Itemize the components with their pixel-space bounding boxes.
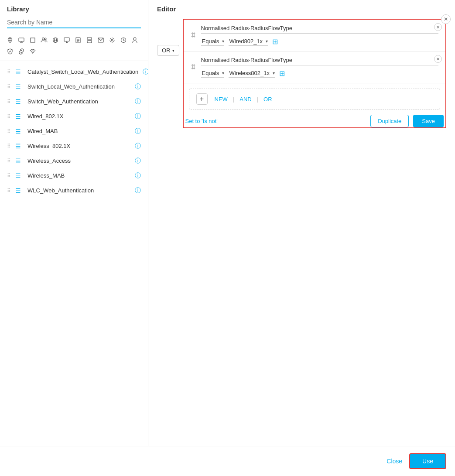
info-icon[interactable]: ⓘ: [135, 157, 141, 165]
icon-toolbar: [0, 34, 148, 61]
item-name: Wired_MAB: [27, 128, 130, 135]
close-conditions-button[interactable]: ✕: [441, 14, 451, 24]
library-list: ⠿ ☰ Catalyst_Switch_Local_Web_Authentica…: [0, 61, 148, 441]
list-item[interactable]: ⠿ ☰ WLC_Web_Authentication ⓘ: [0, 183, 148, 198]
square-icon[interactable]: [28, 35, 38, 45]
list-item[interactable]: ⠿ ☰ Wired_MAB ⓘ: [0, 124, 148, 139]
item-doc-icon: ☰: [15, 113, 23, 120]
user-group-icon[interactable]: [39, 35, 49, 45]
clock-icon[interactable]: [119, 35, 128, 45]
item-doc-icon: ☰: [15, 187, 23, 194]
conditions-area: ✕ ✕ Normalised Radius·Rad: [183, 19, 447, 128]
save-button[interactable]: Save: [413, 115, 444, 127]
condition-row-1: ✕ Normalised Radius·RadiusFlowType: [184, 20, 446, 51]
svg-rect-1: [19, 38, 24, 41]
svg-point-24: [133, 38, 136, 40]
cond-drag-handle-2: [191, 63, 196, 72]
search-input[interactable]: [7, 17, 141, 28]
condition-row-2: ✕ Normalised Radius·RadiusFlowType: [184, 51, 446, 83]
library-title: Library: [0, 5, 148, 17]
email-icon[interactable]: [96, 35, 106, 45]
drag-handle: ⠿: [7, 158, 11, 164]
item-name: Wireless_MAB: [27, 172, 130, 180]
cond-2-value-select[interactable]: Wireless802_1x: [229, 69, 271, 77]
cond-drag-handle-1: [191, 31, 196, 40]
document-icon-2[interactable]: [85, 35, 94, 45]
person-icon[interactable]: [130, 35, 140, 45]
operator-chevron-icon: ▾: [222, 39, 224, 44]
duplicate-button[interactable]: Duplicate: [370, 115, 409, 127]
cond-2-controls: Equals ▾ Wireless802_1x ▾ ⊞: [201, 69, 439, 78]
info-icon[interactable]: ⓘ: [135, 113, 141, 120]
item-name: WLC_Web_Authentication: [27, 187, 130, 195]
item-doc-icon: ☰: [15, 128, 23, 135]
cond-1-operator-select[interactable]: Equals: [201, 37, 220, 45]
condition-2-body: Normalised Radius·RadiusFlowType Equals …: [201, 57, 439, 78]
add-plus-button[interactable]: +: [196, 93, 208, 105]
cond-1-attr-name: Normalised Radius·RadiusFlowType: [201, 25, 439, 34]
list-item[interactable]: ⠿ ☰ Wireless_Access ⓘ: [0, 154, 148, 168]
editor-panel: Editor OR ▾ ✕ ✕: [148, 0, 455, 446]
cond-1-value-wrapper: Wired802_1x ▾: [229, 37, 268, 46]
svg-point-6: [44, 38, 46, 40]
cond-2-operator-select[interactable]: Equals: [201, 69, 220, 77]
item-doc-icon: ☰: [15, 83, 23, 90]
monitor-icon[interactable]: [62, 35, 72, 45]
close-condition-2-button[interactable]: ✕: [434, 55, 442, 63]
list-item[interactable]: ⠿ ☰ Catalyst_Switch_Local_Web_Authentica…: [0, 65, 148, 79]
close-button[interactable]: Close: [387, 458, 402, 465]
set-is-not-button[interactable]: Set to 'Is not': [185, 118, 218, 124]
device-icon[interactable]: [17, 35, 26, 45]
info-icon[interactable]: ⓘ: [135, 187, 141, 195]
list-item[interactable]: ⠿ ☰ Wired_802.1X ⓘ: [0, 109, 148, 124]
or-button-container: OR ▾: [157, 19, 179, 56]
drag-handle: ⠿: [7, 188, 11, 194]
link-icon[interactable]: [17, 47, 26, 56]
list-item[interactable]: ⠿ ☰ Wireless_MAB ⓘ: [0, 168, 148, 183]
item-name: Wireless_Access: [27, 158, 130, 165]
wifi-icon[interactable]: [28, 47, 38, 56]
info-icon[interactable]: ⓘ: [143, 68, 148, 76]
cond-1-controls: Equals ▾ Wired802_1x ▾ ⊞: [201, 37, 439, 46]
and-option[interactable]: AND: [239, 96, 251, 103]
info-icon[interactable]: ⓘ: [135, 98, 141, 106]
footer-buttons: Duplicate Save: [370, 115, 444, 127]
or-option[interactable]: OR: [263, 96, 272, 103]
drag-handle: ⠿: [7, 128, 11, 134]
item-doc-icon: ☰: [15, 68, 23, 75]
grid-icon-2[interactable]: ⊞: [279, 69, 285, 78]
item-name: Switch_Local_Web_Authentication: [27, 83, 130, 91]
list-item[interactable]: ⠿ ☰ Switch_Web_Authentication ⓘ: [0, 94, 148, 109]
add-options: NEW | AND | OR: [215, 96, 272, 103]
info-icon[interactable]: ⓘ: [135, 172, 141, 180]
editor-footer: Set to 'Is not' Duplicate Save: [184, 115, 446, 127]
item-name: Catalyst_Switch_Local_Web_Authentication: [27, 68, 138, 76]
document-icon-1[interactable]: [73, 35, 83, 45]
info-icon[interactable]: ⓘ: [135, 83, 141, 91]
or-button[interactable]: OR ▾: [157, 45, 179, 56]
drag-handle: ⠿: [7, 113, 11, 120]
shield-check-icon[interactable]: [5, 47, 15, 56]
grid-icon-1[interactable]: ⊞: [272, 38, 278, 46]
list-item[interactable]: ⠿ ☰ Wireless_802.1X ⓘ: [0, 139, 148, 154]
info-icon[interactable]: ⓘ: [135, 142, 141, 150]
new-option[interactable]: NEW: [215, 96, 228, 103]
editor-content: OR ▾ ✕ ✕: [157, 19, 446, 128]
editor-title: Editor: [157, 5, 446, 13]
info-icon[interactable]: ⓘ: [135, 127, 141, 135]
use-button[interactable]: Use: [409, 453, 446, 469]
drag-handle: ⠿: [7, 99, 11, 105]
location-icon[interactable]: [5, 35, 15, 45]
close-condition-1-button[interactable]: ✕: [434, 23, 442, 31]
gear-icon[interactable]: [107, 35, 117, 45]
globe-icon[interactable]: [51, 35, 60, 45]
item-doc-icon: ☰: [15, 98, 23, 105]
svg-rect-4: [31, 38, 35, 42]
or-chevron-icon: ▾: [172, 48, 174, 53]
item-name: Wireless_802.1X: [27, 143, 130, 150]
item-name: Wired_802.1X: [27, 113, 130, 120]
cond-1-value-select[interactable]: Wired802_1x: [229, 37, 264, 45]
list-item[interactable]: ⠿ ☰ Switch_Local_Web_Authentication ⓘ: [0, 79, 148, 94]
operator-2-chevron-icon: ▾: [222, 71, 224, 75]
svg-point-25: [32, 53, 33, 54]
